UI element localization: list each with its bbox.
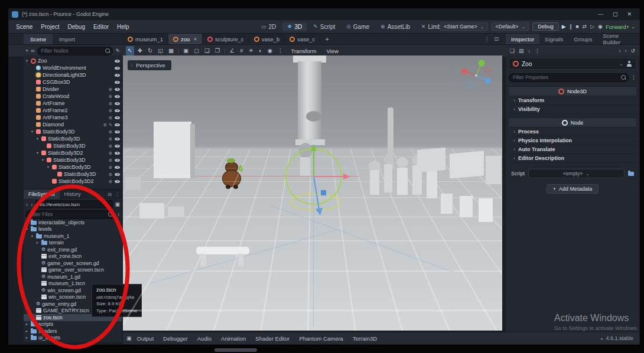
scene-node[interactable]: DirectionalLight3D bbox=[24, 71, 122, 79]
object-history-icon[interactable]: ↺ bbox=[630, 48, 635, 54]
property-group-process[interactable]: ›Process bbox=[509, 128, 636, 136]
new-scene-tab-button[interactable]: + bbox=[320, 34, 333, 44]
file-item[interactable]: ▾levels bbox=[24, 226, 122, 233]
file-item[interactable]: ▸shaders bbox=[24, 328, 122, 335]
history-back-icon[interactable]: ‹ bbox=[619, 48, 620, 54]
visibility-eye-icon[interactable] bbox=[114, 143, 121, 149]
version-label[interactable]: ● 4.6.1.stable bbox=[600, 335, 636, 341]
attach-script-icon[interactable]: ✎ bbox=[115, 48, 120, 54]
add-metadata-button[interactable]: + Add Metadata bbox=[547, 184, 599, 194]
edit-object-icon[interactable] bbox=[626, 61, 632, 67]
expand-arrow-icon[interactable]: ▸ bbox=[25, 220, 29, 225]
tab-inspector[interactable]: Inspector bbox=[506, 34, 539, 44]
group-selected-button[interactable]: ❏ bbox=[203, 46, 212, 55]
workspace-3d[interactable]: ❖3D bbox=[282, 22, 307, 31]
start-game-select[interactable]: <Start Game> bbox=[440, 22, 488, 31]
visibility-eye-icon[interactable] bbox=[114, 79, 121, 85]
expand-arrow-icon[interactable]: ▾ bbox=[35, 136, 40, 141]
property-group-physics-interpolation[interactable]: ›Physics Interpolation bbox=[509, 136, 636, 145]
bottom-panel-debugger[interactable]: Debugger bbox=[158, 334, 193, 343]
scene-node[interactable]: ▾StaticBody3D⚙ bbox=[24, 128, 122, 135]
perspective-menu[interactable]: ⁞ Perspective bbox=[128, 60, 171, 70]
dock-tab-scene[interactable]: Scene bbox=[24, 34, 53, 44]
visibility-eye-icon[interactable] bbox=[114, 100, 121, 106]
dock-tab-import[interactable]: Import bbox=[53, 34, 82, 44]
save-resource-icon[interactable]: ↓ bbox=[528, 48, 531, 54]
file-item[interactable]: ▸scripts bbox=[24, 321, 122, 328]
expand-arrow-icon[interactable]: ▾ bbox=[46, 165, 50, 169]
visibility-eye-icon[interactable] bbox=[114, 86, 121, 92]
visibility-eye-icon[interactable] bbox=[114, 65, 121, 71]
file-item[interactable]: ▸terrain bbox=[24, 240, 122, 247]
sort-files-icon[interactable]: ↕ bbox=[118, 211, 121, 217]
file-item[interactable]: ⚙exit_zone.gd bbox=[24, 246, 122, 253]
scene-node[interactable]: ▾StaticBody3D2⚙ bbox=[24, 149, 122, 156]
history-forward-icon[interactable]: › bbox=[625, 48, 626, 54]
maximize-button[interactable]: ▢ bbox=[613, 11, 618, 17]
tab-signals[interactable]: Signals bbox=[539, 34, 568, 44]
expand-arrow-icon[interactable]: ▾ bbox=[25, 227, 29, 231]
play-remote-button[interactable]: ⇄ bbox=[583, 24, 587, 30]
view-options-button[interactable]: ⋮ bbox=[276, 46, 285, 55]
file-item[interactable]: ⚙museum_1.gd bbox=[24, 273, 122, 280]
scene-tab-museum_1[interactable]: museum_1 bbox=[123, 34, 168, 44]
bottom-panel-shader-editor[interactable]: Shader Editor bbox=[251, 334, 294, 343]
menu-scene[interactable]: Scene bbox=[12, 22, 37, 31]
section-header-node3d[interactable]: Node3D bbox=[509, 86, 636, 96]
file-item[interactable]: game_over_screen.tscn bbox=[24, 267, 122, 274]
resource-options-icon[interactable]: ⋮ bbox=[535, 48, 540, 54]
workspace-script[interactable]: ✎Script bbox=[308, 22, 340, 31]
menu-help[interactable]: Help bbox=[113, 22, 134, 31]
visibility-eye-icon[interactable] bbox=[114, 93, 121, 99]
minimize-button[interactable]: — bbox=[598, 11, 603, 17]
filter-properties-input[interactable] bbox=[509, 73, 629, 82]
horizontal-scrollbar[interactable] bbox=[214, 348, 257, 352]
property-group-editor-description[interactable]: ›Editor Description bbox=[509, 154, 636, 163]
file-item[interactable]: ⚙game_over_screen.gd bbox=[24, 260, 122, 267]
expand-arrow-icon[interactable]: ▾ bbox=[35, 151, 40, 155]
expand-arrow-icon[interactable]: ▾ bbox=[30, 234, 34, 238]
bottom-panel-output[interactable]: Output bbox=[132, 334, 159, 343]
expand-arrow-icon[interactable]: ▸ bbox=[25, 329, 29, 334]
tab-groups[interactable]: Groups bbox=[568, 34, 597, 44]
lock-selected-button[interactable]: ▣ bbox=[181, 46, 190, 55]
workspace-assetlib[interactable]: ⊕AssetLib bbox=[376, 22, 415, 31]
visibility-eye-icon[interactable] bbox=[114, 171, 121, 177]
split-mode-icon[interactable]: ⊟ bbox=[108, 192, 112, 197]
property-group-visibility[interactable]: ›Visibility bbox=[509, 105, 636, 114]
scene-node[interactable]: StaticBody3D2⚙ bbox=[24, 178, 122, 185]
view-axis-gizmo[interactable] bbox=[458, 59, 496, 92]
viewport-3d[interactable]: ⁞ Perspective bbox=[123, 55, 502, 331]
file-item[interactable]: exit_zone.tscn bbox=[24, 253, 122, 260]
expand-arrow-icon[interactable]: ▸ bbox=[25, 322, 29, 326]
visibility-eye-icon[interactable] bbox=[114, 122, 121, 128]
focus-file-icon[interactable]: ▣ bbox=[115, 201, 120, 207]
bottom-panel-terrain3d[interactable]: Terrain3D bbox=[348, 334, 382, 343]
tab-history[interactable]: History bbox=[60, 189, 86, 199]
expand-arrow-icon[interactable]: ▸ bbox=[25, 335, 29, 340]
profile-select[interactable]: <Default> bbox=[491, 22, 529, 31]
movie-maker-button[interactable]: ◉ bbox=[598, 24, 603, 30]
new-resource-icon[interactable]: ❏ bbox=[510, 48, 515, 54]
load-resource-icon[interactable]: ▤ bbox=[519, 48, 524, 54]
debug-button[interactable]: Debug bbox=[532, 22, 559, 31]
scene-tab-vase_b[interactable]: vase_b bbox=[249, 34, 285, 44]
renderer-select[interactable]: Forward+ ⌄ bbox=[606, 24, 636, 30]
scene-node[interactable]: WorldEnvironment bbox=[24, 64, 122, 71]
visibility-eye-icon[interactable] bbox=[114, 72, 121, 78]
scene-tab-zoo[interactable]: zoo✕ bbox=[168, 34, 203, 44]
visibility-eye-icon[interactable] bbox=[114, 136, 121, 142]
bottom-panel-audio[interactable]: Audio bbox=[193, 334, 216, 343]
expand-arrow-icon[interactable]: ▾ bbox=[41, 158, 45, 162]
visibility-eye-icon[interactable] bbox=[114, 115, 121, 120]
tab-scene-builder[interactable]: Scene Builder bbox=[597, 34, 640, 44]
scene-node[interactable]: StaticBody3D⚙ bbox=[24, 171, 122, 178]
list-select-tool-button[interactable]: ▦ bbox=[167, 46, 175, 55]
filter-options-icon[interactable]: ⋮ bbox=[631, 74, 636, 80]
scale-tool-button[interactable]: ◱ bbox=[156, 46, 165, 55]
expand-arrow-icon[interactable]: ▾ bbox=[30, 129, 34, 134]
bottom-panel-phantom-camera[interactable]: Phantom Camera bbox=[294, 334, 347, 343]
select-tool-button[interactable]: ↖ bbox=[126, 46, 134, 55]
close-button[interactable]: ✕ bbox=[627, 11, 632, 17]
expand-arrow-icon[interactable]: ▸ bbox=[35, 240, 40, 245]
